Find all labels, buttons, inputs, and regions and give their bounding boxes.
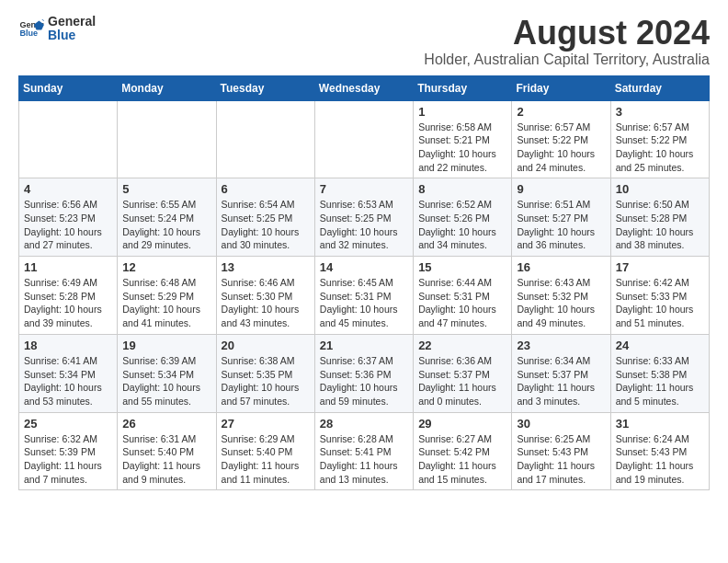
calendar-cell: 18Sunrise: 6:41 AM Sunset: 5:34 PM Dayli… — [19, 334, 118, 412]
day-info: Sunrise: 6:39 AM Sunset: 5:34 PM Dayligh… — [122, 354, 210, 408]
calendar-cell: 24Sunrise: 6:33 AM Sunset: 5:38 PM Dayli… — [610, 334, 709, 412]
calendar-cell: 28Sunrise: 6:28 AM Sunset: 5:41 PM Dayli… — [314, 412, 413, 490]
logo-text-blue: Blue — [48, 29, 96, 42]
calendar-cell — [314, 100, 413, 178]
calendar-cell: 13Sunrise: 6:46 AM Sunset: 5:30 PM Dayli… — [216, 257, 314, 335]
day-number: 7 — [320, 182, 408, 196]
day-info: Sunrise: 6:36 AM Sunset: 5:37 PM Dayligh… — [418, 354, 506, 408]
calendar-cell: 17Sunrise: 6:42 AM Sunset: 5:33 PM Dayli… — [610, 257, 709, 335]
calendar-cell: 9Sunrise: 6:51 AM Sunset: 5:27 PM Daylig… — [512, 178, 610, 257]
day-info: Sunrise: 6:41 AM Sunset: 5:34 PM Dayligh… — [24, 354, 112, 408]
day-info: Sunrise: 6:53 AM Sunset: 5:25 PM Dayligh… — [320, 198, 408, 252]
day-info: Sunrise: 6:45 AM Sunset: 5:31 PM Dayligh… — [320, 276, 408, 330]
day-number: 21 — [320, 339, 408, 352]
day-number: 22 — [418, 339, 506, 352]
day-number: 11 — [24, 260, 112, 274]
calendar-cell: 14Sunrise: 6:45 AM Sunset: 5:31 PM Dayli… — [314, 257, 413, 335]
day-number: 10 — [616, 182, 704, 196]
calendar-cell: 8Sunrise: 6:52 AM Sunset: 5:26 PM Daylig… — [414, 178, 512, 257]
day-number: 28 — [320, 417, 408, 431]
day-info: Sunrise: 6:44 AM Sunset: 5:31 PM Dayligh… — [418, 276, 506, 330]
day-info: Sunrise: 6:48 AM Sunset: 5:29 PM Dayligh… — [122, 276, 210, 330]
calendar-week-row: 25Sunrise: 6:32 AM Sunset: 5:39 PM Dayli… — [19, 412, 710, 490]
calendar-table: SundayMondayTuesdayWednesdayThursdayFrid… — [18, 75, 710, 491]
calendar-week-row: 18Sunrise: 6:41 AM Sunset: 5:34 PM Dayli… — [19, 334, 710, 412]
day-number: 1 — [418, 105, 506, 119]
day-info: Sunrise: 6:58 AM Sunset: 5:21 PM Dayligh… — [418, 121, 506, 175]
day-number: 12 — [122, 260, 210, 274]
day-info: Sunrise: 6:34 AM Sunset: 5:37 PM Dayligh… — [517, 354, 605, 408]
day-info: Sunrise: 6:33 AM Sunset: 5:38 PM Dayligh… — [616, 354, 704, 408]
day-number: 26 — [122, 417, 210, 431]
page-header: General Blue General Blue August 2024 Ho… — [18, 15, 710, 68]
calendar-cell: 6Sunrise: 6:54 AM Sunset: 5:25 PM Daylig… — [216, 178, 314, 257]
calendar-cell: 2Sunrise: 6:57 AM Sunset: 5:22 PM Daylig… — [512, 100, 610, 178]
calendar-cell: 12Sunrise: 6:48 AM Sunset: 5:29 PM Dayli… — [118, 257, 216, 335]
calendar-cell — [118, 100, 216, 178]
day-info: Sunrise: 6:52 AM Sunset: 5:26 PM Dayligh… — [418, 198, 506, 252]
logo: General Blue General Blue — [18, 15, 96, 43]
day-info: Sunrise: 6:27 AM Sunset: 5:42 PM Dayligh… — [418, 432, 506, 487]
day-info: Sunrise: 6:57 AM Sunset: 5:22 PM Dayligh… — [517, 121, 605, 175]
day-info: Sunrise: 6:25 AM Sunset: 5:43 PM Dayligh… — [517, 432, 605, 487]
day-number: 20 — [222, 339, 310, 352]
day-number: 6 — [222, 182, 310, 196]
calendar-week-row: 4Sunrise: 6:56 AM Sunset: 5:23 PM Daylig… — [19, 178, 710, 257]
calendar-cell: 19Sunrise: 6:39 AM Sunset: 5:34 PM Dayli… — [118, 334, 216, 412]
calendar-cell: 4Sunrise: 6:56 AM Sunset: 5:23 PM Daylig… — [19, 178, 118, 257]
day-info: Sunrise: 6:46 AM Sunset: 5:30 PM Dayligh… — [222, 276, 310, 330]
weekday-header-tuesday: Tuesday — [216, 75, 314, 100]
logo-icon: General Blue — [18, 16, 44, 41]
weekday-header-friday: Friday — [512, 75, 610, 100]
day-info: Sunrise: 6:49 AM Sunset: 5:28 PM Dayligh… — [24, 276, 112, 330]
day-number: 4 — [24, 182, 112, 196]
day-info: Sunrise: 6:56 AM Sunset: 5:23 PM Dayligh… — [24, 198, 112, 252]
day-number: 29 — [418, 417, 506, 431]
calendar-main-title: August 2024 — [424, 15, 710, 52]
day-number: 19 — [122, 339, 210, 352]
weekday-header-monday: Monday — [118, 75, 216, 100]
day-info: Sunrise: 6:31 AM Sunset: 5:40 PM Dayligh… — [122, 432, 210, 487]
calendar-cell: 26Sunrise: 6:31 AM Sunset: 5:40 PM Dayli… — [118, 412, 216, 490]
calendar-cell: 30Sunrise: 6:25 AM Sunset: 5:43 PM Dayli… — [512, 412, 610, 490]
calendar-cell: 11Sunrise: 6:49 AM Sunset: 5:28 PM Dayli… — [19, 257, 118, 335]
day-number: 30 — [517, 417, 605, 431]
calendar-cell: 7Sunrise: 6:53 AM Sunset: 5:25 PM Daylig… — [314, 178, 413, 257]
day-number: 24 — [616, 339, 704, 352]
day-info: Sunrise: 6:43 AM Sunset: 5:32 PM Dayligh… — [517, 276, 605, 330]
calendar-cell: 3Sunrise: 6:57 AM Sunset: 5:22 PM Daylig… — [610, 100, 709, 178]
day-number: 23 — [517, 339, 605, 352]
day-number: 3 — [616, 105, 704, 119]
day-info: Sunrise: 6:24 AM Sunset: 5:43 PM Dayligh… — [616, 432, 704, 487]
calendar-cell: 22Sunrise: 6:36 AM Sunset: 5:37 PM Dayli… — [414, 334, 512, 412]
weekday-header-wednesday: Wednesday — [314, 75, 413, 100]
calendar-title-block: August 2024 Holder, Australian Capital T… — [424, 15, 710, 68]
calendar-week-row: 11Sunrise: 6:49 AM Sunset: 5:28 PM Dayli… — [19, 257, 710, 335]
day-info: Sunrise: 6:51 AM Sunset: 5:27 PM Dayligh… — [517, 198, 605, 252]
calendar-cell: 20Sunrise: 6:38 AM Sunset: 5:35 PM Dayli… — [216, 334, 314, 412]
calendar-week-row: 1Sunrise: 6:58 AM Sunset: 5:21 PM Daylig… — [19, 100, 710, 178]
day-info: Sunrise: 6:50 AM Sunset: 5:28 PM Dayligh… — [616, 198, 704, 252]
day-number: 18 — [24, 339, 112, 352]
day-info: Sunrise: 6:54 AM Sunset: 5:25 PM Dayligh… — [222, 198, 310, 252]
day-number: 14 — [320, 260, 408, 274]
logo-text-general: General — [48, 15, 96, 29]
day-info: Sunrise: 6:28 AM Sunset: 5:41 PM Dayligh… — [320, 432, 408, 487]
day-number: 2 — [517, 105, 605, 119]
calendar-cell: 25Sunrise: 6:32 AM Sunset: 5:39 PM Dayli… — [19, 412, 118, 490]
calendar-cell — [19, 100, 118, 178]
day-number: 5 — [122, 182, 210, 196]
weekday-header-thursday: Thursday — [414, 75, 512, 100]
calendar-cell: 31Sunrise: 6:24 AM Sunset: 5:43 PM Dayli… — [610, 412, 709, 490]
day-number: 15 — [418, 260, 506, 274]
calendar-cell: 1Sunrise: 6:58 AM Sunset: 5:21 PM Daylig… — [414, 100, 512, 178]
day-number: 16 — [517, 260, 605, 274]
day-info: Sunrise: 6:42 AM Sunset: 5:33 PM Dayligh… — [616, 276, 704, 330]
day-info: Sunrise: 6:55 AM Sunset: 5:24 PM Dayligh… — [122, 198, 210, 252]
day-number: 9 — [517, 182, 605, 196]
day-info: Sunrise: 6:29 AM Sunset: 5:40 PM Dayligh… — [222, 432, 310, 487]
day-number: 31 — [616, 417, 704, 431]
svg-text:Blue: Blue — [19, 29, 38, 38]
day-info: Sunrise: 6:37 AM Sunset: 5:36 PM Dayligh… — [320, 354, 408, 408]
day-info: Sunrise: 6:57 AM Sunset: 5:22 PM Dayligh… — [616, 121, 704, 175]
